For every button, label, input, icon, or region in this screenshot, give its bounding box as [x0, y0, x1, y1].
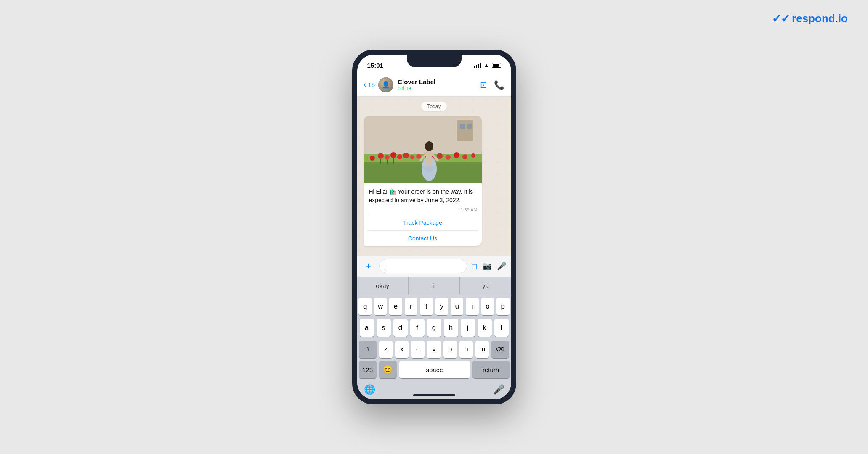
plus-button[interactable]: + — [362, 260, 375, 272]
keyboard-bottom-row: 123 😊 space return — [357, 359, 511, 381]
svg-point-19 — [416, 154, 421, 159]
return-key[interactable]: return — [472, 361, 510, 378]
key-e[interactable]: e — [389, 298, 402, 315]
backspace-key[interactable]: ⌫ — [491, 340, 509, 358]
svg-point-13 — [370, 156, 375, 161]
keyboard-row-3: ⇧ z x c v b n m ⌫ — [357, 338, 511, 359]
svg-point-17 — [462, 154, 467, 159]
signal-icon — [474, 63, 481, 68]
back-arrow-icon: ‹ — [364, 80, 366, 89]
key-g[interactable]: g — [427, 319, 441, 337]
sticker-icon[interactable]: ◻ — [471, 261, 478, 271]
suggestion-1[interactable]: okay — [357, 277, 409, 295]
svg-point-10 — [397, 154, 402, 159]
emoji-key[interactable]: 😊 — [379, 361, 397, 378]
contact-name: Clover Label — [398, 78, 480, 85]
track-package-button[interactable]: Track Package — [364, 215, 482, 230]
chat-header: ‹ 15 👤 Clover Label online ⊡ 📞 — [357, 73, 511, 97]
avatar: 👤 — [378, 77, 393, 92]
key-a[interactable]: a — [360, 319, 374, 337]
status-icons: ▲ — [474, 62, 501, 69]
keyboard-row-2: a s d f g h j k l — [357, 317, 511, 338]
keyboard-row-1: q w e r t y u i o p — [357, 295, 511, 317]
keyboard-suggestions: okay i ya — [357, 277, 511, 295]
mic-icon[interactable]: 🎤 — [497, 261, 506, 271]
svg-point-27 — [425, 141, 433, 151]
key-v[interactable]: v — [427, 340, 441, 358]
svg-rect-3 — [460, 124, 465, 129]
contact-info: Clover Label online — [398, 78, 480, 91]
keyboard: okay i ya q w e r t y u i o p a s d — [357, 277, 511, 399]
home-indicator — [413, 394, 455, 396]
wifi-icon: ▲ — [484, 62, 489, 69]
num-key[interactable]: 123 — [359, 361, 377, 378]
key-w[interactable]: w — [374, 298, 387, 315]
svg-rect-26 — [426, 150, 432, 166]
battery-icon — [492, 63, 501, 68]
svg-point-15 — [446, 155, 451, 160]
key-m[interactable]: m — [475, 340, 489, 358]
product-image — [364, 116, 482, 183]
svg-point-8 — [385, 155, 390, 160]
phone-icon[interactable]: 📞 — [494, 80, 504, 90]
key-o[interactable]: o — [481, 298, 494, 315]
key-u[interactable]: u — [451, 298, 463, 315]
svg-point-12 — [410, 155, 414, 159]
suggestion-3[interactable]: ya — [460, 277, 511, 295]
key-c[interactable]: c — [411, 340, 425, 358]
mic-icon-bottom[interactable]: 🎤 — [493, 384, 504, 395]
header-actions: ⊡ 📞 — [480, 80, 504, 90]
space-key[interactable]: space — [399, 361, 470, 378]
suggestion-2[interactable]: i — [409, 277, 460, 295]
respond-io-logo: ✓✓ respond.io — [772, 12, 848, 26]
key-i[interactable]: i — [466, 298, 478, 315]
back-count: 15 — [368, 81, 375, 88]
logo-text: respond.io — [792, 12, 848, 25]
shift-key[interactable]: ⇧ — [359, 340, 377, 358]
key-d[interactable]: d — [393, 319, 408, 337]
logo-check-icon: ✓✓ — [772, 12, 789, 26]
key-n[interactable]: n — [459, 340, 473, 358]
globe-icon[interactable]: 🌐 — [364, 384, 375, 395]
key-t[interactable]: t — [420, 298, 433, 315]
key-l[interactable]: l — [494, 319, 509, 337]
svg-point-7 — [378, 153, 384, 159]
avatar-image: 👤 — [378, 77, 393, 92]
key-x[interactable]: x — [395, 340, 409, 358]
back-button[interactable]: ‹ 15 — [364, 80, 375, 89]
key-k[interactable]: k — [478, 319, 492, 337]
contact-us-button[interactable]: Contact Us — [364, 231, 482, 246]
status-time: 15:01 — [367, 62, 383, 69]
svg-point-9 — [390, 152, 396, 158]
svg-point-16 — [454, 152, 459, 158]
message-time: 11:59 AM — [364, 207, 482, 215]
date-badge: Today — [364, 102, 504, 111]
key-y[interactable]: y — [435, 298, 448, 315]
contact-status: online — [398, 85, 480, 91]
key-j[interactable]: j — [461, 319, 475, 337]
key-z[interactable]: z — [379, 340, 393, 358]
key-p[interactable]: p — [496, 298, 509, 315]
video-icon[interactable]: ⊡ — [480, 80, 487, 90]
key-q[interactable]: q — [358, 298, 371, 315]
message-input[interactable] — [379, 259, 467, 273]
camera-icon[interactable]: 📷 — [483, 261, 492, 271]
chat-area: Today — [357, 97, 511, 256]
input-icons: ◻ 📷 🎤 — [471, 261, 506, 271]
svg-point-14 — [437, 153, 443, 159]
key-r[interactable]: r — [405, 298, 417, 315]
key-b[interactable]: b — [443, 340, 457, 358]
phone-frame: 15:01 ▲ ‹ 15 👤 Clover Label — [352, 50, 516, 404]
key-s[interactable]: s — [377, 319, 391, 337]
text-cursor — [385, 262, 385, 270]
key-f[interactable]: f — [410, 319, 425, 337]
svg-point-18 — [471, 153, 475, 158]
svg-rect-2 — [457, 120, 473, 141]
message-text: Hi Ella! 🛍️ Your order is on the way. It… — [364, 183, 482, 207]
svg-rect-4 — [467, 124, 472, 129]
keyboard-footer: 🌐 🎤 — [357, 381, 511, 399]
phone-screen: 15:01 ▲ ‹ 15 👤 Clover Label — [357, 55, 511, 399]
date-badge-text: Today — [421, 102, 446, 111]
message-bubble: Hi Ella! 🛍️ Your order is on the way. It… — [364, 116, 482, 246]
key-h[interactable]: h — [444, 319, 458, 337]
